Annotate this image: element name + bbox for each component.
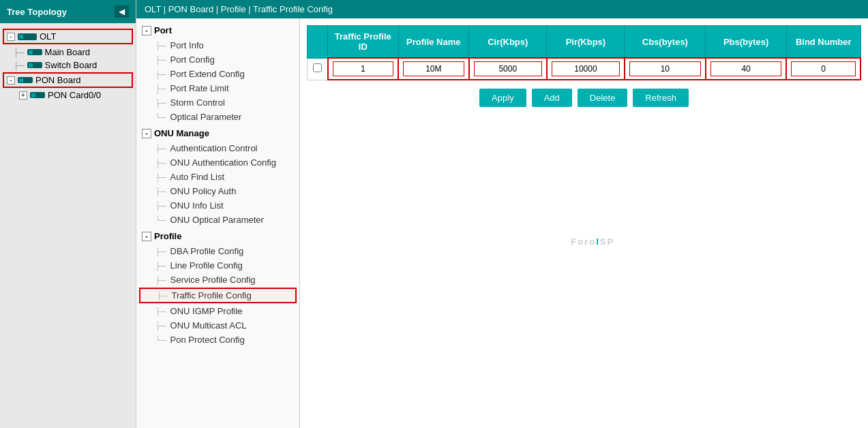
nav-item-onu-igmp-profile-label: ONU IGMP Profile <box>170 306 243 316</box>
sidebar-tree: - OLT ├─ Main Board ├─ Switch Board - PO… <box>0 23 136 106</box>
connector-main-board: ├─ <box>14 48 25 57</box>
nav-item-service-profile-config-label: Service Profile Config <box>170 275 256 285</box>
nav-item-onu-igmp-profile[interactable]: ├─ ONU IGMP Profile <box>136 304 299 318</box>
switch-board-icon <box>27 62 42 68</box>
col-header-bind-number: Bind Number <box>786 26 860 59</box>
nav-section-port-label: Port <box>154 25 172 35</box>
col-header-pir-kbps: Pir(Kbps) <box>547 26 625 59</box>
nav-item-onu-auth-config-label: ONU Authentication Config <box>170 157 276 168</box>
sidebar-item-pon-board[interactable]: - PON Board <box>3 72 133 88</box>
nav-expand-profile[interactable]: - <box>142 232 151 241</box>
nav-item-port-info[interactable]: ├─ Port Info <box>136 38 299 52</box>
row-pir-kbps-input[interactable] <box>552 61 620 76</box>
nav-expand-port[interactable]: - <box>142 26 151 35</box>
nav-item-optical-parameter-label: Optical Parameter <box>170 112 242 122</box>
nav-item-auth-control[interactable]: ├─ Authentication Control <box>136 141 299 155</box>
sidebar-item-pon-card[interactable]: + PON Card0/0 <box>16 89 136 102</box>
nav-item-auto-find-list-label: Auto Find List <box>170 172 225 182</box>
col-header-checkbox <box>308 26 328 59</box>
nav-expand-onu-manage[interactable]: - <box>142 129 151 138</box>
breadcrumb: OLT | PON Board | Profile | Traffic Prof… <box>136 0 868 18</box>
nav-item-port-extend-config-label: Port Extend Config <box>170 69 245 79</box>
nav-item-auth-control-label: Authentication Control <box>170 143 258 153</box>
nav-item-traffic-profile-config-label: Traffic Profile Config <box>172 290 252 301</box>
expand-pon-card[interactable]: + <box>19 91 27 100</box>
nav-item-onu-optical-parameter-label: ONU Optical Parameter <box>170 215 264 225</box>
row-traffic-profile-id-cell[interactable] <box>328 58 399 80</box>
nav-item-onu-info-list-label: ONU Info List <box>170 200 224 211</box>
nav-item-service-profile-config[interactable]: ├─ Service Profile Config <box>136 273 299 287</box>
sidebar-item-main-board[interactable]: ├─ Main Board <box>11 46 136 59</box>
row-cbs-bytes-input[interactable] <box>629 61 701 76</box>
nav-item-port-info-label: Port Info <box>170 40 204 50</box>
expand-pon-board[interactable]: - <box>7 76 15 85</box>
nav-item-port-config[interactable]: ├─ Port Config <box>136 52 299 67</box>
olt-label: OLT <box>40 31 56 42</box>
nav-item-line-profile-config[interactable]: ├─ Line Profile Config <box>136 258 299 273</box>
nav-section-onu-manage-label: ONU Manage <box>154 128 209 138</box>
row-traffic-profile-id-input[interactable] <box>333 61 394 76</box>
col-header-traffic-profile-id: Traffic Profile ID <box>328 26 399 59</box>
breadcrumb-text: OLT | PON Board | Profile | Traffic Prof… <box>145 4 333 14</box>
pon-card-icon <box>30 92 45 98</box>
sidebar-item-olt[interactable]: - OLT <box>3 29 133 44</box>
row-pir-kbps-cell[interactable] <box>547 58 625 80</box>
sidebar: Tree Topology ◀ - OLT ├─ Main Board ├─ S… <box>0 0 136 428</box>
connector-switch-board: ├─ <box>14 61 25 70</box>
nav-item-dba-profile-config[interactable]: ├─ DBA Profile Config <box>136 244 299 258</box>
nav-item-onu-optical-parameter[interactable]: └─ ONU Optical Parameter <box>136 213 299 227</box>
table-scroll-container: Traffic Profile ID Profile Name Cir(Kbps… <box>307 25 861 80</box>
watermark-prefix: Foro <box>571 236 596 247</box>
nav-item-pon-protect-config[interactable]: └─ Pon Protect Config <box>136 333 299 347</box>
row-bind-number-cell[interactable] <box>786 58 860 80</box>
expand-olt[interactable]: - <box>7 33 15 41</box>
nav-section-profile-header[interactable]: - Profile <box>136 228 299 244</box>
nav-section-onu-manage: - ONU Manage ├─ Authentication Control ├… <box>136 125 299 227</box>
olt-icon <box>18 33 37 40</box>
row-cbs-bytes-cell[interactable] <box>625 58 706 80</box>
row-pbs-bytes-input[interactable] <box>710 61 782 76</box>
sidebar-header: Tree Topology ◀ <box>0 0 136 23</box>
watermark-dot: I <box>596 236 600 247</box>
nav-item-dba-profile-config-label: DBA Profile Config <box>170 246 244 256</box>
nav-item-port-rate-limit[interactable]: ├─ Port Rate Limit <box>136 81 299 95</box>
nav-section-profile: - Profile ├─ DBA Profile Config ├─ Line … <box>136 228 299 347</box>
nav-item-port-extend-config[interactable]: ├─ Port Extend Config <box>136 67 299 81</box>
pon-card-label: PON Card0/0 <box>48 90 101 100</box>
row-checkbox[interactable] <box>313 63 322 72</box>
nav-item-port-config-label: Port Config <box>170 55 215 65</box>
nav-section-profile-label: Profile <box>154 231 181 241</box>
nav-item-line-profile-config-label: Line Profile Config <box>170 260 243 271</box>
nav-item-storm-control[interactable]: ├─ Storm Control <box>136 95 299 110</box>
row-cir-kbps-input[interactable] <box>474 61 542 76</box>
row-cir-kbps-cell[interactable] <box>469 58 547 80</box>
nav-section-port: - Port ├─ Port Info ├─ Port Config ├─ Po… <box>136 22 299 124</box>
row-pbs-bytes-cell[interactable] <box>706 58 787 80</box>
row-profile-name-input[interactable] <box>403 61 464 76</box>
nav-section-port-header[interactable]: - Port <box>136 22 299 38</box>
sidebar-toggle-button[interactable]: ◀ <box>115 5 129 18</box>
refresh-button[interactable]: Refresh <box>633 89 689 107</box>
traffic-profile-table: Traffic Profile ID Profile Name Cir(Kbps… <box>307 25 861 80</box>
nav-section-onu-manage-header[interactable]: - ONU Manage <box>136 125 299 141</box>
nav-item-optical-parameter[interactable]: └─ Optical Parameter <box>136 110 299 124</box>
table-area: Traffic Profile ID Profile Name Cir(Kbps… <box>300 18 868 428</box>
row-bind-number-input[interactable] <box>791 61 856 76</box>
nav-item-onu-multicast-acl[interactable]: ├─ ONU Multicast ACL <box>136 318 299 333</box>
nav-item-onu-policy-auth[interactable]: ├─ ONU Policy Auth <box>136 184 299 198</box>
col-header-cir-kbps: Cir(Kbps) <box>469 26 547 59</box>
nav-item-onu-auth-config[interactable]: ├─ ONU Authentication Config <box>136 155 299 170</box>
apply-button[interactable]: Apply <box>479 89 526 107</box>
sidebar-item-switch-board[interactable]: ├─ Switch Board <box>11 59 136 72</box>
nav-item-auto-find-list[interactable]: ├─ Auto Find List <box>136 170 299 184</box>
action-buttons: Apply Add Delete Refresh <box>307 89 861 107</box>
pon-board-label: PON Board <box>35 75 80 85</box>
nav-item-onu-policy-auth-label: ONU Policy Auth <box>170 186 237 196</box>
add-button[interactable]: Add <box>532 89 572 107</box>
main-area: OLT | PON Board | Profile | Traffic Prof… <box>136 0 868 428</box>
nav-item-onu-info-list[interactable]: ├─ ONU Info List <box>136 198 299 213</box>
delete-button[interactable]: Delete <box>578 89 628 107</box>
row-profile-name-cell[interactable] <box>398 58 469 80</box>
nav-item-traffic-profile-config[interactable]: ├─ Traffic Profile Config <box>139 288 297 303</box>
row-checkbox-cell[interactable] <box>308 58 328 80</box>
